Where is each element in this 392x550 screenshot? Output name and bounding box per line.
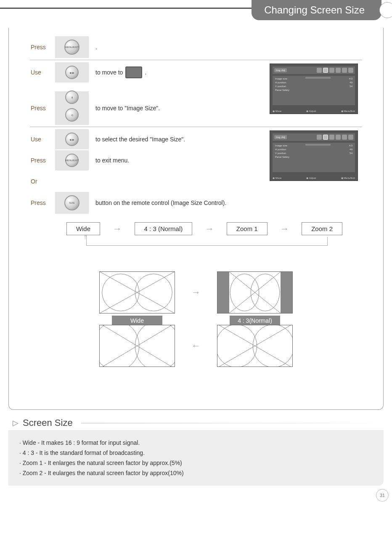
info-item: Zoom 2 - It eularges the natural screen … xyxy=(19,470,373,476)
mode-zoom1: Zoom 1 xyxy=(227,222,268,235)
verb: Press xyxy=(30,105,55,112)
step-row: Press ⬇ ⟲ to move to "Image Size". xyxy=(30,91,270,125)
mode-43: 4 : 3 (Normal) xyxy=(135,222,193,235)
page-title: Changing Screen Size xyxy=(252,0,381,20)
info-box: Wide - It makes 16 : 9 format for input … xyxy=(8,430,384,486)
button-col: MENU/EXIT xyxy=(55,36,89,58)
size-button-icon: SIZE xyxy=(64,195,79,210)
verb: Press xyxy=(30,157,55,164)
step-text: . xyxy=(89,44,270,50)
preview-zoom2 xyxy=(99,325,175,367)
step-text: button on the remote control (Image Size… xyxy=(89,199,270,206)
svg-point-2 xyxy=(102,274,139,311)
mode-cycle: Wide → 4 : 3 (Normal) → Zoom 1 → Zoom 2 xyxy=(64,222,345,235)
button-col: SIZE xyxy=(55,192,89,214)
cycle-loopback: ↑ xyxy=(64,235,345,256)
osd-screenshot: Img. Adj Image size4:3 H position49 V po… xyxy=(270,129,362,214)
instructions-panel: Press MENU/EXIT . Use ◀ ▶ to move to . P… xyxy=(8,28,384,410)
enter-button-icon: ⟲ xyxy=(65,108,79,122)
step-row: Use ◀ ▶ to select the desired "Image Siz… xyxy=(30,129,270,150)
button-col: ◀ ▶ xyxy=(55,62,89,82)
svg-point-10 xyxy=(100,325,139,367)
arrow-left-icon: ← xyxy=(183,340,209,351)
button-col: ⬇ ⟲ xyxy=(55,91,89,125)
info-item: Zoom 1 - It enlarges the natural screen … xyxy=(19,460,373,466)
preview-zoom1 xyxy=(217,325,293,367)
preview-label: Wide xyxy=(112,316,162,326)
page-number: 31 xyxy=(376,489,389,502)
step-text: to move to . xyxy=(89,66,270,78)
svg-point-3 xyxy=(135,274,172,311)
aspect-diagram-icon xyxy=(217,272,292,313)
menu-exit-button-icon: MENU/EXIT xyxy=(65,154,79,167)
verb: Press xyxy=(30,199,55,206)
preview-43 xyxy=(217,271,293,314)
tv-icon xyxy=(125,66,142,78)
section-title: Screen Size xyxy=(23,417,73,428)
preview-label: 4 : 3(Normal) xyxy=(230,316,280,326)
aspect-diagram-icon xyxy=(100,325,175,367)
step-text: to move to "Image Size". xyxy=(89,105,270,112)
svg-point-11 xyxy=(135,325,175,367)
aspect-diagram-icon xyxy=(217,325,292,367)
step-row: Press MENU/EXIT to exit menu. xyxy=(30,150,270,171)
chevron-right-icon: ▷ xyxy=(13,418,19,428)
svg-point-15 xyxy=(253,325,292,367)
svg-point-14 xyxy=(217,325,257,367)
step-text: to select the desired "Image Size". xyxy=(89,136,270,143)
osd-screenshot: Img. Adj Image size4:3 H position49 V po… xyxy=(270,62,362,125)
or-label: Or xyxy=(30,171,270,192)
arrow-right-icon: → xyxy=(183,287,209,298)
verb: Use xyxy=(30,69,55,76)
section-header: ▷ Screen Size xyxy=(13,417,384,428)
preview-diagram: → Wide 4 : 3(Normal) ↑ ↓ ← xyxy=(30,271,362,397)
info-item: 4 : 3 - It is the standard format of bro… xyxy=(19,449,373,456)
header-circle-decor xyxy=(379,2,392,18)
left-right-button-icon: ◀ ▶ xyxy=(65,133,79,146)
button-col: MENU/EXIT xyxy=(55,150,89,170)
aspect-diagram-icon xyxy=(100,272,175,313)
menu-exit-button-icon: MENU/EXIT xyxy=(64,40,79,55)
arrow-right-icon: → xyxy=(280,223,289,234)
page-header: Changing Screen Size xyxy=(0,0,392,25)
step-text: to exit menu. xyxy=(89,157,270,164)
verb: Use xyxy=(30,136,55,143)
svg-line-9 xyxy=(100,325,175,367)
step-row: Press SIZE button on the remote control … xyxy=(30,192,270,214)
svg-line-13 xyxy=(217,325,292,367)
step-row: Press MENU/EXIT . xyxy=(30,36,362,58)
preview-wide xyxy=(99,271,175,314)
verb: Press xyxy=(30,44,55,50)
down-arrow-icon: ⬇ xyxy=(65,90,79,104)
left-right-button-icon: ◀ ▶ xyxy=(65,66,79,79)
mode-zoom2: Zoom 2 xyxy=(302,222,342,235)
info-item: Wide - It makes 16 : 9 format for input … xyxy=(19,439,373,446)
step-row: Use ◀ ▶ to move to . xyxy=(30,62,270,83)
button-col: ◀ ▶ xyxy=(55,129,89,149)
arrow-right-icon: → xyxy=(113,223,122,234)
arrow-right-icon: → xyxy=(205,223,214,234)
